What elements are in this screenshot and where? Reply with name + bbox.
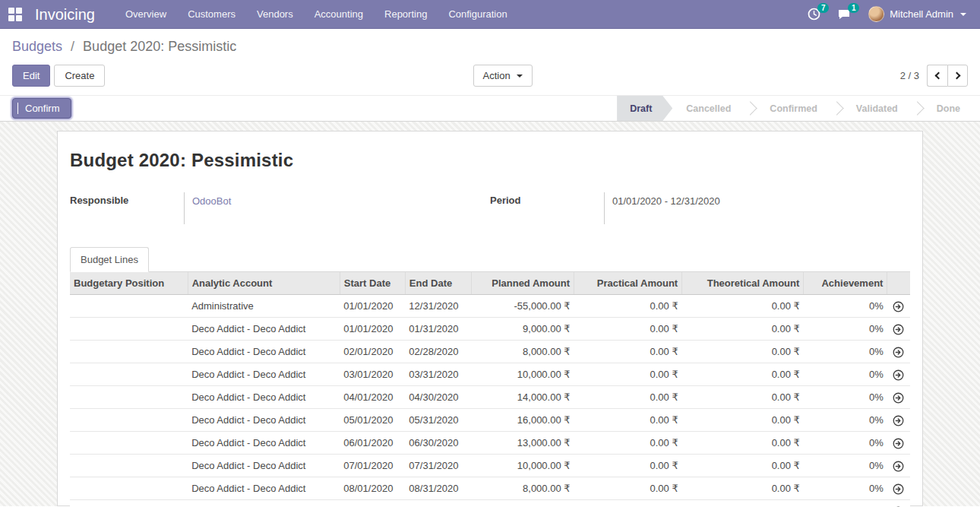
col-start-date[interactable]: Start Date (340, 272, 405, 295)
cell-theoretical-amount[interactable]: 0.00 ₹ (682, 455, 804, 477)
cell-theoretical-amount[interactable]: 0.00 ₹ (682, 318, 804, 341)
cell-practical-amount[interactable]: 0.00 ₹ (574, 363, 682, 386)
col-planned-amount[interactable]: Planned Amount (471, 272, 574, 295)
menu-customers[interactable]: Customers (177, 0, 246, 28)
cell-theoretical-amount[interactable]: 0.00 ₹ (682, 363, 804, 386)
menu-reporting[interactable]: Reporting (374, 0, 438, 28)
edit-button[interactable]: Edit (12, 65, 50, 87)
cell-end-date[interactable]: 02/28/2020 (405, 341, 471, 363)
open-record-button[interactable] (887, 363, 910, 386)
cell-practical-amount[interactable]: 0.00 ₹ (574, 432, 682, 455)
tab-budget-lines[interactable]: Budget Lines (70, 247, 149, 272)
messages-button[interactable]: 1 (829, 0, 859, 29)
cell-end-date[interactable]: 12/31/2020 (405, 295, 471, 318)
table-row[interactable]: Deco Addict - Deco Addict 09/01/2020 09/… (70, 500, 910, 507)
table-row[interactable]: Deco Addict - Deco Addict 08/01/2020 08/… (70, 477, 910, 500)
cell-start-date[interactable]: 01/01/2020 (340, 295, 405, 318)
pager-previous-button[interactable] (927, 65, 947, 87)
open-record-button[interactable] (887, 386, 910, 409)
cell-end-date[interactable]: 09/30/2020 (405, 500, 471, 507)
open-record-button[interactable] (887, 341, 910, 363)
cell-budgetary-position[interactable] (70, 341, 188, 363)
cell-end-date[interactable]: 06/30/2020 (405, 432, 471, 455)
col-analytic-account[interactable]: Analytic Account (188, 272, 340, 295)
table-row[interactable]: Deco Addict - Deco Addict 01/01/2020 01/… (70, 318, 910, 341)
open-record-button[interactable] (887, 477, 910, 500)
cell-theoretical-amount[interactable]: 0.00 ₹ (682, 477, 804, 500)
table-row[interactable]: Deco Addict - Deco Addict 06/01/2020 06/… (70, 432, 910, 455)
cell-analytic-account[interactable]: Deco Addict - Deco Addict (188, 477, 340, 500)
cell-start-date[interactable]: 03/01/2020 (340, 363, 405, 386)
cell-budgetary-position[interactable] (70, 455, 188, 477)
cell-practical-amount[interactable]: 0.00 ₹ (574, 455, 682, 477)
cell-planned-amount[interactable]: 9,000.00 ₹ (471, 318, 574, 341)
cell-start-date[interactable]: 07/01/2020 (340, 455, 405, 477)
cell-start-date[interactable]: 05/01/2020 (340, 409, 405, 432)
cell-analytic-account[interactable]: Administrative (188, 295, 340, 318)
cell-planned-amount[interactable]: 10,000.00 ₹ (471, 455, 574, 477)
confirm-button[interactable]: Confirm (12, 98, 71, 119)
table-row[interactable]: Deco Addict - Deco Addict 02/01/2020 02/… (70, 341, 910, 363)
cell-theoretical-amount[interactable]: 0.00 ₹ (682, 341, 804, 363)
cell-theoretical-amount[interactable]: 0.00 ₹ (682, 386, 804, 409)
cell-start-date[interactable]: 01/01/2020 (340, 318, 405, 341)
cell-practical-amount[interactable]: 0.00 ₹ (574, 295, 682, 318)
menu-overview[interactable]: Overview (115, 0, 177, 28)
open-record-button[interactable] (887, 318, 910, 341)
cell-practical-amount[interactable]: 0.00 ₹ (574, 386, 682, 409)
cell-start-date[interactable]: 09/01/2020 (340, 500, 405, 507)
menu-vendors[interactable]: Vendors (246, 0, 304, 28)
cell-budgetary-position[interactable] (70, 409, 188, 432)
cell-analytic-account[interactable]: Deco Addict - Deco Addict (188, 409, 340, 432)
cell-budgetary-position[interactable] (70, 432, 188, 455)
col-practical-amount[interactable]: Practical Amount (574, 272, 682, 295)
cell-theoretical-amount[interactable]: 0.00 ₹ (682, 500, 804, 507)
responsible-value-link[interactable]: OdooBot (192, 195, 231, 207)
cell-theoretical-amount[interactable]: 0.00 ₹ (682, 409, 804, 432)
cell-end-date[interactable]: 07/31/2020 (405, 455, 471, 477)
cell-analytic-account[interactable]: Deco Addict - Deco Addict (188, 386, 340, 409)
cell-practical-amount[interactable]: 0.00 ₹ (574, 500, 682, 507)
cell-end-date[interactable]: 04/30/2020 (405, 386, 471, 409)
open-record-button[interactable] (887, 295, 910, 318)
cell-theoretical-amount[interactable]: 0.00 ₹ (682, 295, 804, 318)
open-record-button[interactable] (887, 432, 910, 455)
cell-planned-amount[interactable]: 14,000.00 ₹ (471, 386, 574, 409)
cell-planned-amount[interactable]: 8,000.00 ₹ (471, 477, 574, 500)
open-record-button[interactable] (887, 409, 910, 432)
cell-end-date[interactable]: 01/31/2020 (405, 318, 471, 341)
cell-start-date[interactable]: 08/01/2020 (340, 477, 405, 500)
user-menu[interactable]: Mitchell Admin (859, 6, 969, 22)
cell-planned-amount[interactable]: 8,000.00 ₹ (471, 341, 574, 363)
state-confirmed[interactable]: Confirmed (756, 96, 831, 121)
menu-accounting[interactable]: Accounting (304, 0, 374, 28)
cell-analytic-account[interactable]: Deco Addict - Deco Addict (188, 341, 340, 363)
pager-next-button[interactable] (947, 65, 968, 87)
cell-analytic-account[interactable]: Deco Addict - Deco Addict (188, 318, 340, 341)
open-record-button[interactable] (887, 500, 910, 507)
table-row[interactable]: Deco Addict - Deco Addict 03/01/2020 03/… (70, 363, 910, 386)
state-done[interactable]: Done (923, 96, 974, 121)
cell-start-date[interactable]: 04/01/2020 (340, 386, 405, 409)
cell-budgetary-position[interactable] (70, 318, 188, 341)
cell-budgetary-position[interactable] (70, 386, 188, 409)
cell-budgetary-position[interactable] (70, 477, 188, 500)
cell-analytic-account[interactable]: Deco Addict - Deco Addict (188, 432, 340, 455)
menu-configuration[interactable]: Configuration (438, 0, 517, 28)
breadcrumb-parent[interactable]: Budgets (12, 39, 62, 54)
cell-end-date[interactable]: 05/31/2020 (405, 409, 471, 432)
cell-planned-amount[interactable]: -55,000.00 ₹ (471, 295, 574, 318)
cell-planned-amount[interactable]: 13,000.00 ₹ (471, 432, 574, 455)
cell-planned-amount[interactable]: 10,000.00 ₹ (471, 363, 574, 386)
table-row[interactable]: Deco Addict - Deco Addict 07/01/2020 07/… (70, 455, 910, 477)
col-theoretical-amount[interactable]: Theoretical Amount (682, 272, 804, 295)
col-achievement[interactable]: Achievement (804, 272, 887, 295)
cell-analytic-account[interactable]: Deco Addict - Deco Addict (188, 500, 340, 507)
col-budgetary-position[interactable]: Budgetary Position (70, 272, 188, 295)
table-row[interactable]: Deco Addict - Deco Addict 04/01/2020 04/… (70, 386, 910, 409)
state-draft[interactable]: Draft (617, 96, 672, 121)
cell-practical-amount[interactable]: 0.00 ₹ (574, 409, 682, 432)
cell-practical-amount[interactable]: 0.00 ₹ (574, 318, 682, 341)
apps-menu-icon[interactable] (0, 0, 30, 28)
table-row[interactable]: Administrative 01/01/2020 12/31/2020 -55… (70, 295, 910, 318)
